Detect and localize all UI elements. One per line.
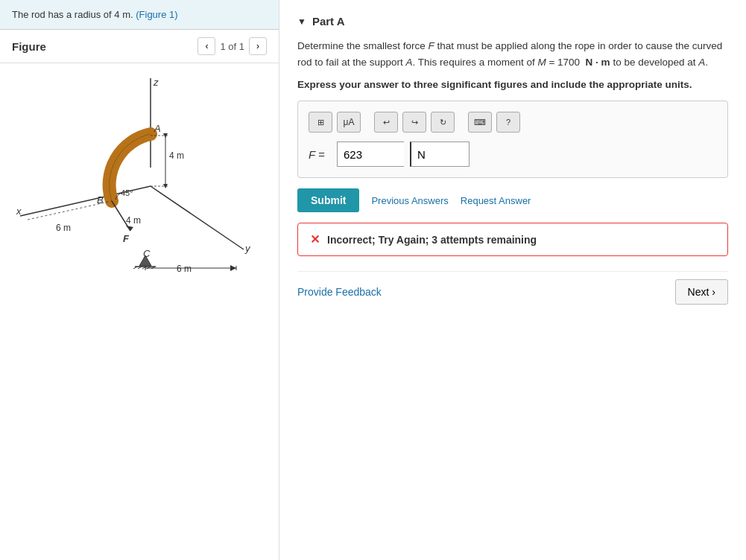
svg-line-4 (151, 186, 244, 249)
request-answer-link[interactable]: Request Answer (461, 195, 531, 206)
submit-button[interactable]: Submit (297, 188, 359, 212)
answer-unit-input[interactable] (410, 141, 470, 167)
answer-box: ⊞ μA ↩ ↪ ↻ ⌨ ? F = (297, 101, 728, 178)
next-arrow-icon: › (712, 286, 715, 298)
toolbar-redo-btn[interactable]: ↪ (402, 112, 426, 133)
svg-text:A: A (154, 123, 161, 134)
svg-text:4 m: 4 m (169, 150, 184, 161)
figure-link[interactable]: (Figure 1) (136, 9, 177, 20)
figure-title: Figure (12, 40, 197, 53)
toolbar-matrix-btn[interactable]: ⊞ (309, 112, 332, 133)
problem-emphasis: Express your answer to three significant… (297, 79, 728, 90)
svg-text:y: y (244, 243, 251, 254)
svg-text:F: F (123, 233, 130, 244)
provide-feedback-link[interactable]: Provide Feedback (297, 286, 382, 298)
svg-text:6 m: 6 m (56, 223, 71, 233)
figure-nav: ‹ 1 of 1 › (197, 37, 267, 55)
figure-count: 1 of 1 (220, 41, 244, 52)
toolbar-help-btn[interactable]: ? (496, 112, 520, 133)
toolbar-keyboard-btn[interactable]: ⌨ (468, 112, 492, 133)
figure-next-button[interactable]: › (249, 37, 267, 55)
answer-label: F = (309, 148, 331, 161)
incorrect-banner: ✕ Incorrect; Try Again; 3 attempts remai… (297, 223, 728, 256)
incorrect-text: Incorrect; Try Again; 3 attempts remaini… (327, 234, 537, 246)
toolbar-reset-btn[interactable]: ↻ (431, 112, 455, 133)
toolbar-undo-btn[interactable]: ↩ (374, 112, 398, 133)
problem-context: The rod has a radius of 4 m. (Figure 1) (0, 0, 279, 30)
toolbar: ⊞ μA ↩ ↪ ↻ ⌨ ? (309, 112, 717, 133)
figure-header: Figure ‹ 1 of 1 › (0, 30, 279, 63)
next-label: Next (688, 286, 709, 298)
figure-diagram: z x y A B 45° (7, 71, 271, 279)
svg-line-26 (28, 201, 112, 220)
bottom-bar: Provide Feedback Next › (297, 271, 728, 305)
svg-text:45°: 45° (121, 188, 133, 197)
figure-area: z x y A B 45° (0, 63, 279, 560)
left-panel: The rod has a radius of 4 m. (Figure 1) … (0, 0, 279, 560)
svg-text:6 m: 6 m (177, 264, 192, 274)
answer-value-input[interactable] (337, 141, 404, 167)
incorrect-icon: ✕ (310, 232, 320, 246)
toolbar-mu-btn[interactable]: μA (337, 112, 361, 133)
part-label: Part A (312, 15, 345, 28)
part-header: ▼ Part A (297, 15, 728, 28)
submit-row: Submit Previous Answers Request Answer (297, 188, 728, 212)
figure-prev-button[interactable]: ‹ (197, 37, 215, 55)
right-panel: ▼ Part A Determine the smallest force F … (279, 0, 746, 560)
svg-text:z: z (153, 77, 159, 88)
problem-text: Determine the smallest force F that must… (297, 38, 728, 70)
svg-text:x: x (16, 206, 22, 217)
part-collapse-icon[interactable]: ▼ (297, 16, 306, 27)
previous-answers-link[interactable]: Previous Answers (371, 195, 448, 206)
next-button[interactable]: Next › (675, 279, 728, 305)
svg-text:4 m: 4 m (126, 215, 141, 226)
context-text: The rod has a radius of 4 m. (12, 9, 133, 20)
answer-row: F = (309, 141, 717, 167)
svg-marker-31 (230, 265, 236, 271)
